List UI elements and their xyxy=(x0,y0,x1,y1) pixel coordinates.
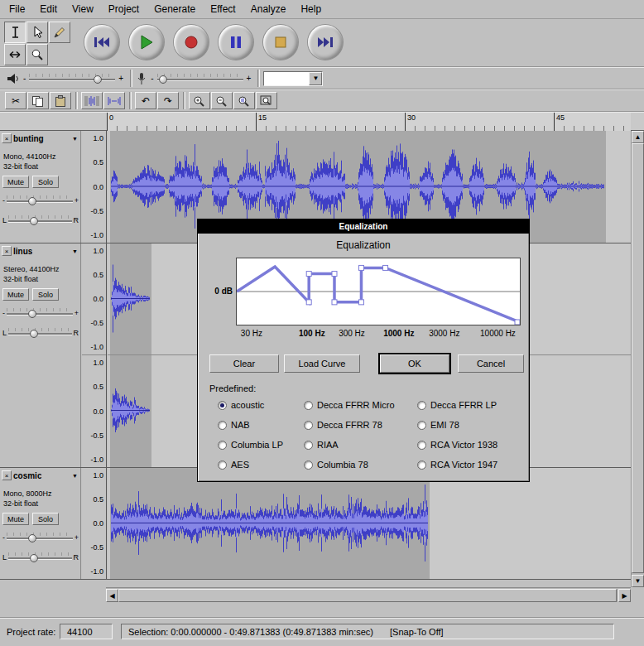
fit-project-button[interactable] xyxy=(256,92,277,109)
radio-button[interactable] xyxy=(218,401,227,410)
skip-to-end-button[interactable] xyxy=(308,25,343,60)
scroll-left-button[interactable]: ◀ xyxy=(106,589,118,602)
audio-clip[interactable] xyxy=(110,355,151,467)
zoom-tool-button[interactable] xyxy=(26,44,48,65)
preset-decca-ffrr-78[interactable]: Decca FFRR 78 xyxy=(304,418,382,431)
zoom-in-button[interactable] xyxy=(189,92,210,109)
menu-file[interactable]: File xyxy=(2,0,32,18)
combo-dropdown-button[interactable]: ▼ xyxy=(309,72,322,85)
audio-clip[interactable] xyxy=(110,468,430,579)
pause-button[interactable] xyxy=(219,25,253,60)
menu-project[interactable]: Project xyxy=(101,0,147,18)
pan-slider[interactable]: L R xyxy=(2,326,79,340)
radio-button[interactable] xyxy=(417,421,426,430)
slider-thumb[interactable] xyxy=(30,554,38,562)
gain-slider[interactable]: - + xyxy=(2,531,79,544)
track-menu-icon[interactable]: ▼ xyxy=(72,473,79,479)
redo-button[interactable]: ↷ xyxy=(157,92,179,109)
vertical-scale-ruler[interactable]: 1.00.50.0-0.5-1.0 xyxy=(82,131,107,243)
vertical-scrollbar[interactable]: ▲ ▼ xyxy=(631,131,644,587)
zoom-out-button[interactable] xyxy=(211,92,233,109)
output-volume-slider[interactable] xyxy=(29,72,115,85)
pan-slider[interactable]: L R xyxy=(2,551,79,564)
timeshift-tool-button[interactable] xyxy=(4,44,26,65)
copy-button[interactable] xyxy=(27,92,49,109)
waveform-canvas[interactable] xyxy=(111,246,150,351)
slider-thumb[interactable] xyxy=(28,534,36,542)
eq-curve[interactable] xyxy=(237,258,520,325)
track-control-panel[interactable]: × linus ▼ Stereo, 44100Hz 32-bit float M… xyxy=(0,243,81,467)
eq-curve-panel[interactable] xyxy=(236,258,521,325)
scroll-down-button[interactable]: ▼ xyxy=(632,575,644,587)
track-control-panel[interactable]: × bunting ▼ Mono, 44100Hz 32-bit float M… xyxy=(0,131,81,243)
menu-generate[interactable]: Generate xyxy=(147,0,203,18)
preset-columbia-lp[interactable]: Columbia LP xyxy=(218,438,283,451)
mute-button[interactable]: Mute xyxy=(2,176,29,188)
preset-riaa[interactable]: RIAA xyxy=(304,438,339,451)
play-button[interactable] xyxy=(129,25,164,60)
input-volume-slider[interactable] xyxy=(157,72,243,85)
gain-slider[interactable]: - + xyxy=(2,306,79,320)
audio-clip[interactable] xyxy=(110,243,151,354)
preset-decca-ffrr-micro[interactable]: Decca FFRR Micro xyxy=(304,398,395,412)
track-close-button[interactable]: × xyxy=(2,246,12,256)
track-close-button[interactable]: × xyxy=(2,470,12,480)
horizontal-scroll-thumb[interactable] xyxy=(118,589,617,602)
preset-nab[interactable]: NAB xyxy=(218,418,250,431)
waveform-canvas[interactable] xyxy=(111,470,428,576)
track-title[interactable]: bunting xyxy=(13,134,44,143)
slider-thumb[interactable] xyxy=(159,75,167,84)
track-menu-icon[interactable]: ▼ xyxy=(72,248,79,254)
slider-thumb[interactable] xyxy=(30,330,38,338)
radio-button[interactable] xyxy=(218,460,227,470)
preset-aes[interactable]: AES xyxy=(218,458,249,471)
scroll-right-button[interactable]: ▶ xyxy=(618,589,631,602)
preset-columbia-78[interactable]: Columbia 78 xyxy=(304,458,368,471)
preset-decca-ffrr-lp[interactable]: Decca FFRR LP xyxy=(417,398,497,412)
mute-button[interactable]: Mute xyxy=(2,288,29,301)
horizontal-scrollbar[interactable]: ◀ ▶ xyxy=(106,587,631,602)
slider-thumb[interactable] xyxy=(30,217,38,225)
slider-thumb[interactable] xyxy=(28,310,36,318)
clear-button[interactable]: Clear xyxy=(209,354,279,373)
stop-button[interactable] xyxy=(263,25,298,60)
scroll-up-button[interactable]: ▲ xyxy=(632,131,644,143)
track-title[interactable]: cosmic xyxy=(13,471,41,480)
slider-thumb[interactable] xyxy=(28,197,36,205)
rewind-button[interactable] xyxy=(84,25,119,60)
radio-button[interactable] xyxy=(218,421,227,430)
input-source-select[interactable]: ▼ xyxy=(263,71,323,86)
radio-button[interactable] xyxy=(218,441,227,450)
radio-button[interactable] xyxy=(417,441,426,450)
radio-button[interactable] xyxy=(304,441,313,450)
menu-edit[interactable]: Edit xyxy=(32,0,65,18)
radio-button[interactable] xyxy=(304,401,313,410)
preset-acoustic[interactable]: acoustic xyxy=(218,398,264,412)
vertical-scale-ruler[interactable]: 1.00.50.0-0.5-1.0 xyxy=(82,468,107,579)
radio-button[interactable] xyxy=(304,460,313,470)
menu-help[interactable]: Help xyxy=(293,0,329,18)
menu-effect[interactable]: Effect xyxy=(203,0,243,18)
cut-button[interactable]: ✂ xyxy=(5,92,26,109)
menu-view[interactable]: View xyxy=(65,0,101,18)
track-close-button[interactable]: × xyxy=(2,133,12,143)
undo-button[interactable]: ↶ xyxy=(135,92,156,109)
vertical-scroll-thumb[interactable] xyxy=(632,143,644,573)
radio-button[interactable] xyxy=(417,401,426,410)
waveform-canvas[interactable] xyxy=(111,358,150,463)
solo-button[interactable]: Solo xyxy=(32,288,59,301)
record-button[interactable] xyxy=(174,25,209,60)
radio-button[interactable] xyxy=(417,460,426,470)
solo-button[interactable]: Solo xyxy=(32,176,59,188)
preset-rca-victor-1938[interactable]: RCA Victor 1938 xyxy=(417,438,497,451)
vertical-scale-ruler[interactable]: 1.00.50.0-0.5-1.0 1.00.50.0-0.5-1.0 xyxy=(82,243,107,467)
dialog-titlebar[interactable]: Equalization xyxy=(198,219,529,234)
track-control-panel[interactable]: × cosmic ▼ Mono, 8000Hz 32-bit float Mut… xyxy=(0,468,81,579)
preset-emi-78[interactable]: EMI 78 xyxy=(417,418,459,431)
mute-button[interactable]: Mute xyxy=(2,513,29,525)
waveform-area[interactable] xyxy=(108,468,631,579)
slider-thumb[interactable] xyxy=(94,75,102,84)
pan-slider[interactable]: L R xyxy=(2,214,79,227)
preset-rca-victor-1947[interactable]: RCA Victor 1947 xyxy=(417,458,497,471)
load-curve-button[interactable]: Load Curve xyxy=(284,354,360,373)
